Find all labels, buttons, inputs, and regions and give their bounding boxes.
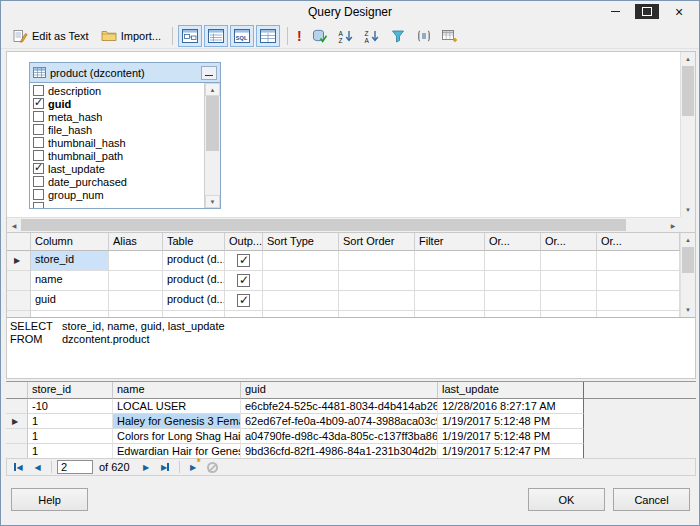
field-row[interactable]: last_update — [30, 162, 204, 175]
record-position-input[interactable]: 2 — [57, 460, 93, 474]
output-checkbox[interactable] — [237, 294, 250, 307]
results-row-selector[interactable] — [6, 399, 28, 414]
criteria-cell-output[interactable] — [225, 251, 263, 271]
results-cell[interactable]: 1 — [28, 444, 113, 458]
diagram-canvas[interactable]: product (dzcontent) descriptionguidmeta_… — [7, 52, 680, 217]
criteria-row-selector[interactable] — [7, 271, 31, 291]
scroll-up-arrow[interactable] — [681, 233, 695, 247]
titlebar[interactable]: Query Designer — [1, 1, 699, 23]
criteria-cell-or1[interactable] — [485, 251, 541, 271]
criteria-column-header[interactable]: Column — [31, 233, 109, 251]
field-checkbox[interactable] — [33, 137, 44, 148]
criteria-cell-or3[interactable] — [597, 291, 680, 311]
sort-ascending-button[interactable]: A Z — [334, 25, 358, 47]
cancel-button[interactable]: Cancel — [613, 488, 690, 511]
results-cell[interactable]: LOCAL USER — [113, 399, 241, 414]
field-label[interactable]: date_purchased — [48, 176, 127, 188]
scrollbar-track[interactable] — [205, 96, 220, 195]
scroll-up-arrow[interactable] — [205, 83, 220, 96]
results-cell[interactable]: e6cbfe24-525c-4481-8034-d4b414ab2616 — [241, 399, 438, 414]
field-row[interactable]: file_hash — [30, 123, 204, 136]
results-cell[interactable]: 1/19/2017 5:12:48 PM — [438, 414, 584, 429]
first-record-button[interactable] — [10, 460, 27, 475]
help-button[interactable]: Help — [11, 488, 88, 511]
criteria-cell-table[interactable]: product (d... — [163, 291, 225, 311]
field-label[interactable]: thumbnail_path — [48, 150, 123, 162]
criteria-cell-sort-order[interactable] — [339, 251, 415, 271]
field-label[interactable]: last_update — [48, 163, 105, 175]
field-row[interactable]: thumbnail_path — [30, 149, 204, 162]
results-row-selector[interactable] — [6, 429, 28, 444]
output-checkbox[interactable] — [237, 254, 250, 267]
criteria-column-header[interactable]: Or... — [485, 233, 541, 251]
scrollbar-track[interactable] — [21, 218, 666, 232]
results-cell[interactable]: 12/28/2016 8:27:17 AM — [438, 399, 584, 414]
table-card-minimize-button[interactable] — [201, 66, 217, 80]
previous-record-button[interactable] — [29, 460, 46, 475]
import-button[interactable]: Import... — [95, 25, 167, 47]
scrollbar-thumb[interactable] — [682, 66, 694, 116]
field-label[interactable]: group_num — [48, 189, 104, 201]
ok-button[interactable]: OK — [528, 488, 605, 511]
results-cell[interactable]: 1/19/2017 5:12:47 PM — [438, 444, 584, 458]
criteria-cell-table[interactable]: product (d... — [163, 251, 225, 271]
criteria-row-selector[interactable] — [7, 291, 31, 311]
output-checkbox[interactable] — [237, 274, 250, 287]
scroll-down-arrow[interactable] — [681, 203, 695, 217]
criteria-cell-filter[interactable] — [415, 271, 485, 291]
field-checkbox[interactable] — [33, 111, 44, 122]
field-checkbox[interactable] — [33, 189, 44, 200]
field-label[interactable]: meta_hash — [48, 111, 102, 123]
scrollbar-thumb[interactable] — [21, 219, 626, 231]
diagram-pane[interactable]: product (dzcontent) descriptionguidmeta_… — [6, 51, 696, 233]
add-table-button[interactable] — [438, 25, 462, 47]
last-record-button[interactable] — [157, 460, 174, 475]
field-checkbox[interactable] — [33, 176, 44, 187]
criteria-column-header[interactable]: Sort Order — [339, 233, 415, 251]
field-label[interactable]: file_hash — [48, 124, 92, 136]
criteria-cell-column[interactable]: store_id — [31, 251, 109, 271]
criteria-cell-filter[interactable] — [415, 251, 485, 271]
show-results-pane-button[interactable] — [256, 25, 280, 47]
results-cell[interactable]: 1/19/2017 5:12:48 PM — [438, 429, 584, 444]
cancel-edit-button[interactable] — [204, 460, 221, 475]
criteria-cell-or1[interactable] — [485, 291, 541, 311]
field-checkbox[interactable] — [33, 163, 44, 174]
results-corner-header[interactable] — [6, 382, 28, 399]
scrollbar-track[interactable] — [681, 247, 695, 303]
field-checkbox[interactable] — [33, 150, 44, 161]
field-row[interactable]: group_num — [30, 188, 204, 201]
execute-sql-button[interactable] — [293, 25, 306, 47]
results-column-header[interactable]: store_id — [28, 382, 113, 399]
table-card-header[interactable]: product (dzcontent) — [29, 62, 221, 83]
diagram-horizontal-scrollbar[interactable] — [7, 217, 680, 232]
field-row[interactable]: thumbnail_hash — [30, 136, 204, 149]
results-row-selector[interactable] — [6, 444, 28, 458]
criteria-cell-sort-type[interactable] — [263, 291, 339, 311]
field-row[interactable]: meta_hash — [30, 110, 204, 123]
results-cell[interactable]: -10 — [28, 399, 113, 414]
criteria-column-header[interactable]: Sort Type — [263, 233, 339, 251]
field-label[interactable]: thumbnail_hash — [48, 137, 126, 149]
criteria-cell-sort-type[interactable] — [263, 271, 339, 291]
criteria-column-header[interactable]: Or... — [541, 233, 597, 251]
scrollbar-thumb[interactable] — [682, 247, 694, 273]
results-column-header[interactable]: name — [113, 382, 241, 399]
show-diagram-pane-button[interactable] — [178, 25, 202, 47]
results-cell[interactable]: 9bd36cfd-82f1-4986-84a1-231b304d2b53 — [241, 444, 438, 458]
criteria-cell-column[interactable]: guid — [31, 291, 109, 311]
criteria-cell-alias[interactable] — [109, 251, 163, 271]
results-cell[interactable]: 1 — [28, 429, 113, 444]
criteria-column-header[interactable]: Or... — [597, 233, 680, 251]
criteria-cell-sort-type[interactable] — [263, 251, 339, 271]
criteria-cell-sort-order[interactable] — [339, 271, 415, 291]
scrollbar-track[interactable] — [681, 66, 695, 203]
group-by-button[interactable] — [412, 25, 436, 47]
criteria-row-selector[interactable] — [7, 251, 31, 271]
criteria-cell-or2[interactable] — [541, 271, 597, 291]
results-column-header[interactable]: guid — [241, 382, 438, 399]
field-row[interactable]: guid — [30, 97, 204, 110]
table-card-product[interactable]: product (dzcontent) descriptionguidmeta_… — [29, 62, 221, 209]
criteria-cell-output[interactable] — [225, 291, 263, 311]
criteria-cell-or2[interactable] — [541, 251, 597, 271]
